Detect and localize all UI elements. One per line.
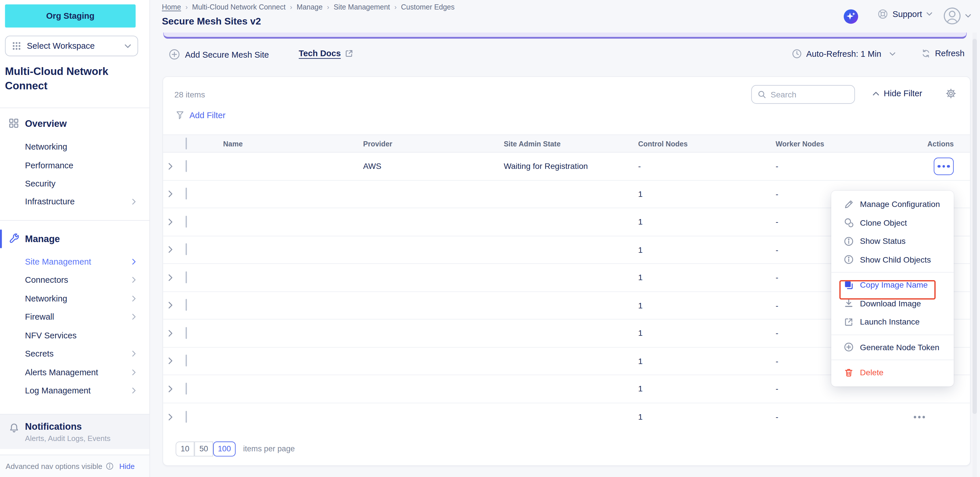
row-checkbox[interactable] (186, 160, 187, 172)
refresh-icon (921, 49, 931, 58)
items-count: 28 items (174, 90, 205, 99)
breadcrumb-item[interactable]: Manage (297, 3, 323, 11)
page-size-100-selected[interactable]: 100 (213, 442, 235, 456)
clone-icon (844, 218, 854, 228)
search-box[interactable] (751, 85, 855, 104)
row-checkbox[interactable] (186, 383, 187, 394)
row-expander[interactable] (163, 329, 186, 337)
row-expander[interactable] (163, 302, 186, 309)
sidebar-item-manage-networking[interactable]: Networking (0, 290, 150, 306)
row-expander[interactable] (163, 218, 186, 226)
support-menu[interactable]: Support (877, 9, 933, 19)
menu-item-show-child-objects[interactable]: Show Child Objects (831, 250, 954, 269)
launch-external-icon (844, 317, 854, 327)
row-expander[interactable] (163, 274, 186, 281)
row-expander[interactable] (163, 190, 186, 198)
menu-item-clone-object[interactable]: Clone Object (831, 214, 954, 232)
add-filter-button[interactable]: Add Filter (176, 111, 226, 120)
cell-control-nodes: 1 (638, 412, 775, 422)
hide-filter-toggle[interactable]: Hide Filter (873, 89, 923, 98)
row-checkbox[interactable] (186, 411, 187, 423)
ai-assistant-icon[interactable] (843, 9, 859, 24)
hide-advanced-nav-link[interactable]: Hide (119, 462, 135, 471)
sidebar-item-overview[interactable]: Overview (0, 115, 150, 132)
breadcrumb-home[interactable]: Home (162, 3, 181, 11)
sidebar-item-label: Site Management (25, 257, 132, 266)
search-input[interactable] (771, 89, 839, 99)
menu-item-label: Generate Node Token (860, 342, 939, 352)
sidebar-item-performance[interactable]: Performance (0, 157, 150, 173)
sidebar-item-infrastructure[interactable]: Infrastructure (0, 193, 150, 209)
row-expander[interactable] (163, 385, 186, 392)
column-header-control-nodes[interactable]: Control Nodes (638, 140, 775, 147)
sidebar-item-security[interactable]: Security (0, 175, 150, 191)
sidebar-item-nfv-services[interactable]: NFV Services (0, 327, 150, 343)
cell-control-nodes: 1 (638, 301, 775, 310)
column-header-name[interactable]: Name (223, 140, 363, 147)
row-checkbox[interactable] (186, 327, 187, 339)
table-header-row: Name Provider Site Admin State Control N… (163, 134, 970, 153)
row-checkbox[interactable] (186, 355, 187, 367)
scrollbar-thumb[interactable] (972, 39, 977, 414)
menu-item-launch-instance[interactable]: Launch Instance (831, 313, 954, 331)
row-checkbox[interactable] (186, 299, 187, 311)
items-per-page-label: items per page (243, 445, 295, 453)
row-actions-button[interactable] (914, 416, 954, 418)
bell-icon (9, 423, 19, 434)
wrench-icon (9, 233, 19, 244)
row-checkbox[interactable] (186, 271, 187, 283)
sidebar-item-connectors[interactable]: Connectors (0, 271, 150, 288)
row-checkbox[interactable] (186, 188, 187, 199)
row-checkbox[interactable] (186, 215, 187, 227)
table-settings-button[interactable] (946, 88, 956, 99)
sidebar-item-site-management[interactable]: Site Management (0, 253, 150, 270)
menu-item-label: Download Image (860, 299, 921, 308)
page-size-50[interactable]: 50 (194, 442, 213, 456)
pencil-icon (844, 199, 854, 209)
row-expander[interactable] (163, 163, 186, 170)
row-expander[interactable] (163, 413, 186, 421)
row-actions-context-menu: Manage Configuration Clone Object Show S… (831, 191, 954, 386)
sidebar-item-networking[interactable]: Networking (0, 138, 150, 154)
menu-item-delete[interactable]: Delete (831, 364, 954, 382)
menu-item-show-status[interactable]: Show Status (831, 232, 954, 250)
select-all-checkbox[interactable] (186, 137, 187, 149)
cell-worker-nodes: - (775, 161, 913, 171)
cell-control-nodes: 1 (638, 273, 775, 282)
row-expander[interactable] (163, 357, 186, 365)
cell-control-nodes: - (638, 161, 775, 171)
row-expander[interactable] (163, 246, 186, 253)
sidebar-item-secrets[interactable]: Secrets (0, 345, 150, 361)
row-actions-button-active[interactable] (934, 157, 953, 175)
row-checkbox[interactable] (186, 244, 187, 255)
sidebar-item-log-management[interactable]: Log Management (0, 382, 150, 398)
advanced-nav-text: Advanced nav options visible (6, 462, 103, 471)
column-header-admin-state[interactable]: Site Admin State (504, 140, 638, 147)
notifications-panel[interactable]: Notifications Alerts, Audit Logs, Events (0, 414, 150, 449)
tech-docs-link[interactable]: Tech Docs (299, 49, 353, 58)
breadcrumb-item[interactable]: Site Management (334, 3, 390, 11)
refresh-button[interactable]: Refresh (921, 49, 964, 58)
page-size-10[interactable]: 10 (176, 442, 194, 456)
divider (0, 107, 150, 108)
org-banner[interactable]: Org Staging (5, 4, 135, 27)
toolbar: Add Secure Mesh Site Tech Docs Auto-Refr… (0, 49, 980, 64)
sidebar-item-alerts-management[interactable]: Alerts Management (0, 364, 150, 380)
breadcrumb-item[interactable]: Customer Edges (401, 3, 455, 11)
sidebar-item-manage[interactable]: Manage (0, 230, 150, 247)
avatar-icon (943, 7, 961, 25)
breadcrumb-item[interactable]: Multi-Cloud Network Connect (192, 3, 285, 11)
menu-item-copy-image-name[interactable]: Copy Image Name (831, 276, 954, 294)
cell-control-nodes: 1 (638, 384, 775, 394)
menu-item-download-image[interactable]: Download Image (831, 294, 954, 313)
tech-docs-label: Tech Docs (299, 49, 341, 58)
column-header-worker-nodes[interactable]: Worker Nodes (775, 140, 913, 147)
account-menu[interactable] (943, 7, 971, 25)
menu-item-manage-configuration[interactable]: Manage Configuration (831, 195, 954, 214)
auto-refresh-dropdown[interactable]: Auto-Refresh: 1 Min (792, 49, 896, 59)
column-header-provider[interactable]: Provider (363, 140, 504, 147)
sidebar-item-firewall[interactable]: Firewall (0, 308, 150, 324)
sidebar-item-label: Manage (25, 233, 60, 244)
add-secure-mesh-site-button[interactable]: Add Secure Mesh Site (169, 49, 269, 60)
menu-item-generate-node-token[interactable]: Generate Node Token (831, 338, 954, 357)
